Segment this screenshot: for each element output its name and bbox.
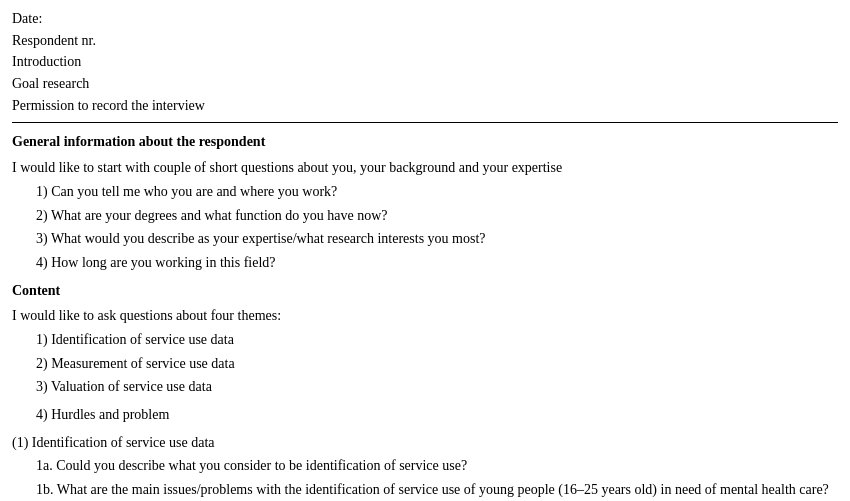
content-theme3: 3) Valuation of service use data <box>12 376 838 398</box>
general-q4: 4) How long are you working in this fiel… <box>12 252 838 274</box>
section1-q1a: 1a. Could you describe what you consider… <box>12 455 838 477</box>
date-label: Date: <box>12 11 42 26</box>
introduction-label: Introduction <box>12 54 81 69</box>
section-divider <box>12 122 838 123</box>
introduction-line: Introduction <box>12 51 838 73</box>
respondent-line: Respondent nr. <box>12 30 838 52</box>
permission-label: Permission to record the interview <box>12 98 205 113</box>
date-line: Date: <box>12 8 838 30</box>
general-q3: 3) What would you describe as your exper… <box>12 228 838 250</box>
content-title: Content <box>12 280 838 302</box>
permission-line: Permission to record the interview <box>12 95 838 117</box>
content-theme2: 2) Measurement of service use data <box>12 353 838 375</box>
header-section: Date: Respondent nr. Introduction Goal r… <box>12 8 838 116</box>
content-section: Content I would like to ask questions ab… <box>12 280 838 426</box>
section1-q1b: 1b. What are the main issues/problems wi… <box>12 479 838 501</box>
section1-block: (1) Identification of service use data 1… <box>12 432 838 501</box>
general-info-intro: I would like to start with couple of sho… <box>12 157 838 179</box>
general-q2: 2) What are your degrees and what functi… <box>12 205 838 227</box>
respondent-label: Respondent nr. <box>12 33 96 48</box>
general-info-title: General information about the respondent <box>12 131 838 153</box>
goal-research-line: Goal research <box>12 73 838 95</box>
general-q1: 1) Can you tell me who you are and where… <box>12 181 838 203</box>
section1-title: (1) Identification of service use data <box>12 432 838 454</box>
content-theme4: 4) Hurdles and problem <box>12 404 838 426</box>
general-info-section: General information about the respondent… <box>12 131 838 273</box>
content-intro: I would like to ask questions about four… <box>12 305 838 327</box>
content-theme1: 1) Identification of service use data <box>12 329 838 351</box>
goal-research-label: Goal research <box>12 76 89 91</box>
